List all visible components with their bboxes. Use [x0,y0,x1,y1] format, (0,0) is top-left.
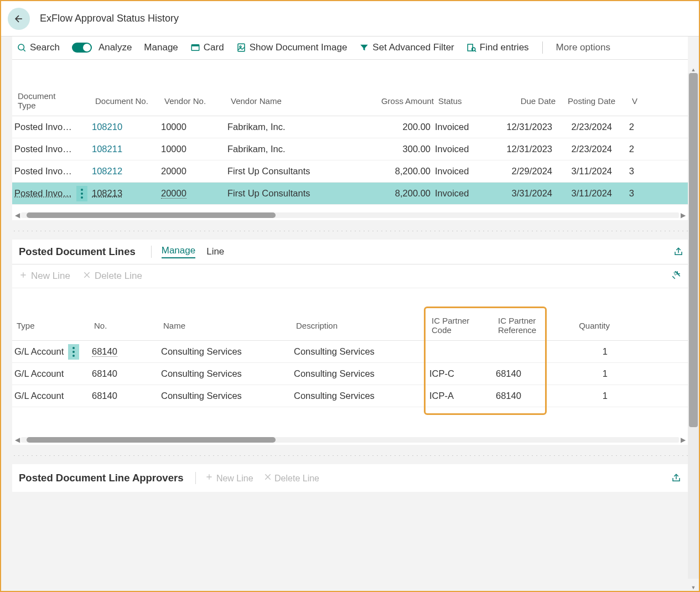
cell-ic-partner-code [427,350,494,354]
col-line-description[interactable]: Description [294,319,429,333]
share-icon[interactable] [671,473,681,483]
scroll-left-icon[interactable]: ◀ [13,211,21,219]
search-button[interactable]: Search [17,42,60,53]
analyze-toggle[interactable]: Analyze [72,42,132,53]
card-button[interactable]: Card [190,42,224,53]
cell-status: Invoiced [433,164,488,179]
scroll-down-icon[interactable]: ▼ [688,584,699,591]
cell-doc-no[interactable]: 108211 [90,142,159,157]
row-options-button[interactable] [76,186,87,201]
scroll-left-icon[interactable]: ◀ [13,436,21,444]
lines-tab-manage[interactable]: Manage [162,245,195,258]
show-doc-image-button[interactable]: Show Document Image [236,42,348,53]
delete-line-icon [82,271,91,282]
col-posting-date[interactable]: Posting Date [558,94,618,108]
card-icon [190,43,200,53]
cell-line-quantity: 1 [549,388,610,403]
cell-vendor-name: Fabrikam, Inc. [225,120,361,134]
col-doc-no[interactable]: Document No. [93,94,162,108]
cell-gross-amount: 8,200.00 [361,186,433,201]
svg-line-2 [23,49,25,51]
manage-label: Manage [144,42,178,53]
manage-menu[interactable]: Manage [144,42,178,53]
cell-doc-no[interactable]: 108212 [90,164,159,179]
cell-posting-date: 2/23/2024 [554,142,614,157]
approvers-delete-line-label: Delete Line [274,474,319,483]
col-vendor-no[interactable]: Vendor No. [162,94,229,108]
analyze-label: Analyze [98,42,132,53]
lines-hscroll[interactable]: ◀ ▶ [13,435,687,445]
svg-rect-4 [191,45,199,46]
cell-line-type: G/L Account [12,388,90,403]
cell-vendor-name: First Up Consultants [225,186,361,201]
col-ic-partner-reference[interactable]: IC PartnerReference [496,314,551,337]
more-options-button[interactable]: More options [556,42,610,53]
page-header: ExFlow Approval Status History [1,1,699,37]
share-icon[interactable] [673,247,683,257]
approvers-new-line-label: New Line [216,474,253,483]
cell-ic-partner-code: ICP-C [427,366,494,381]
cell-vendor-name: First Up Consultants [225,164,361,179]
hscroll-track[interactable] [21,212,679,218]
col-status[interactable]: Status [436,94,491,108]
cell-gross-amount: 200.00 [361,120,433,134]
lines-section-title: Posted Document Lines [19,246,136,258]
cell-line-description: Consulting Services [292,366,427,381]
cell-doc-no[interactable]: 108213 [90,186,159,201]
hscroll-thumb[interactable] [27,212,276,218]
table-row[interactable]: G/L Account68140Consulting ServicesConsu… [12,385,688,407]
cell-doc-type: Posted Invo… [12,164,90,179]
row-options-button[interactable] [68,344,79,360]
table-row[interactable]: G/L Account68140Consulting ServicesConsu… [12,363,688,385]
col-line-quantity[interactable]: Quantity [551,319,612,333]
col-doc-type[interactable]: DocumentType [15,90,93,112]
hscroll-thumb[interactable] [27,437,276,443]
more-options-label: More options [556,42,610,53]
find-entries-button[interactable]: Find entries [466,42,529,53]
table-row[interactable]: G/L Account68140Consulting ServicesConsu… [12,341,688,363]
delete-line-icon [263,474,272,483]
cell-line-name: Consulting Services [159,388,292,403]
table-row[interactable]: Posted Invo…10821220000First Up Consulta… [12,160,688,183]
lines-tab-line[interactable]: Line [206,246,224,257]
cell-doc-no[interactable]: 108210 [90,120,159,134]
left-gutter [1,37,12,591]
set-adv-filter-button[interactable]: Set Advanced Filter [359,42,454,53]
vscroll-track[interactable] [688,73,699,579]
back-button[interactable] [8,8,30,30]
scroll-up-icon[interactable]: ▲ [688,66,699,73]
scroll-right-icon[interactable]: ▶ [679,211,687,219]
cell-ic-partner-reference [494,350,549,354]
col-gross-amount[interactable]: Gross Amount [364,94,436,108]
arrow-left-icon [13,13,24,24]
hscroll-track[interactable] [21,437,679,443]
cell-line-no: 68140 [90,344,159,359]
svg-line-9 [475,50,476,51]
table-row[interactable]: Posted Invo…10821010000Fabrikam, Inc.200… [12,116,688,138]
table-row[interactable]: Posted Invo…10821320000First Up Consulta… [12,183,688,205]
col-line-name[interactable]: Name [161,319,294,333]
col-vat-partial[interactable]: V [618,94,640,108]
documents-hscroll[interactable]: ◀ ▶ [13,210,687,220]
cell-trailing: 3 [614,186,636,201]
pin-icon[interactable] [671,270,681,282]
cell-line-description: Consulting Services [292,344,427,359]
cell-doc-type: Posted Invo… [12,184,90,204]
table-row[interactable]: Posted Invo…10821110000Fabrikam, Inc.300… [12,138,688,160]
col-ic-partner-code[interactable]: IC PartnerCode [429,314,496,337]
col-vendor-name[interactable]: Vendor Name [229,94,364,108]
cell-due-date: 12/31/2023 [488,120,554,134]
col-line-no[interactable]: No. [92,319,161,333]
scroll-right-icon[interactable]: ▶ [679,436,687,444]
show-doc-image-label: Show Document Image [250,42,348,53]
approvers-section-title: Posted Document Line Approvers [19,472,183,484]
toolbar: Search Analyze Manage Card Show Document… [12,37,688,59]
lines-section-header: Posted Document Lines Manage Line [12,240,688,264]
col-line-type[interactable]: Type [14,319,92,333]
set-adv-filter-label: Set Advanced Filter [372,42,454,53]
cell-ic-partner-reference: 68140 [494,366,549,381]
cell-status: Invoiced [433,186,488,201]
find-entries-label: Find entries [480,42,529,53]
col-due-date[interactable]: Due Date [491,94,558,108]
vscroll-thumb[interactable] [689,73,698,427]
